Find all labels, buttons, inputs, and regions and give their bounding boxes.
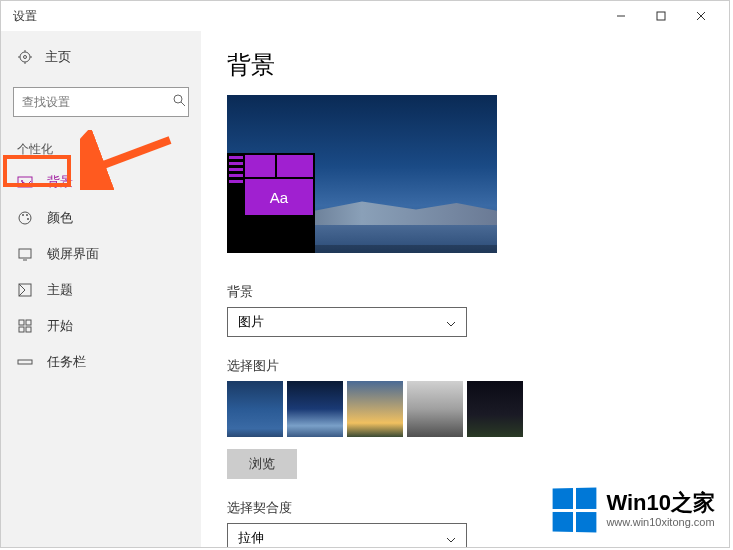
desktop-preview: Aa [227, 95, 497, 253]
titlebar: 设置 [1, 1, 729, 31]
lockscreen-icon [17, 246, 33, 262]
window-title: 设置 [13, 8, 601, 25]
taskbar-icon [17, 354, 33, 370]
svg-point-16 [26, 214, 28, 216]
svg-rect-24 [26, 327, 31, 332]
svg-point-4 [20, 52, 30, 62]
search-box[interactable] [13, 87, 189, 117]
sidebar-item-themes[interactable]: 主题 [1, 272, 201, 308]
watermark: Win10之家 www.win10xitong.com [552, 488, 715, 532]
watermark-url: www.win10xitong.com [606, 516, 715, 528]
window-controls [601, 2, 721, 30]
palette-icon [17, 210, 33, 226]
picture-icon [17, 174, 33, 190]
maximize-button[interactable] [641, 2, 681, 30]
sidebar-category: 个性化 [1, 127, 201, 164]
svg-point-10 [174, 95, 182, 103]
search-icon [172, 93, 186, 111]
sidebar-item-colors[interactable]: 颜色 [1, 200, 201, 236]
sidebar-item-start[interactable]: 开始 [1, 308, 201, 344]
svg-point-5 [24, 56, 27, 59]
gear-icon [17, 49, 33, 65]
chevron-down-icon [446, 531, 456, 546]
choose-picture-label: 选择图片 [227, 357, 703, 375]
windows-logo-icon [553, 487, 597, 532]
picture-thumbnails [227, 381, 703, 437]
sidebar-item-label: 主题 [47, 281, 73, 299]
settings-window: 设置 主页 [0, 0, 730, 548]
sidebar-item-label: 颜色 [47, 209, 73, 227]
preview-tile-aa: Aa [245, 179, 313, 215]
chevron-down-icon [446, 315, 456, 330]
preview-taskbar [313, 245, 497, 253]
svg-line-11 [181, 102, 185, 106]
picture-thumb[interactable] [347, 381, 403, 437]
picture-thumb[interactable] [407, 381, 463, 437]
browse-button[interactable]: 浏览 [227, 449, 297, 479]
sidebar-item-label: 任务栏 [47, 353, 86, 371]
svg-rect-21 [19, 320, 24, 325]
sidebar-item-background[interactable]: 背景 [1, 164, 201, 200]
page-heading: 背景 [227, 49, 703, 81]
sidebar: 主页 个性化 背景 颜色 锁屏界面 [1, 31, 201, 547]
picture-thumb[interactable] [287, 381, 343, 437]
sidebar-item-taskbar[interactable]: 任务栏 [1, 344, 201, 380]
preview-start-menu: Aa [227, 153, 315, 253]
sidebar-home[interactable]: 主页 [1, 37, 201, 77]
svg-point-15 [22, 214, 24, 216]
preview-start-strip [227, 153, 245, 253]
picture-thumb[interactable] [467, 381, 523, 437]
close-button[interactable] [681, 2, 721, 30]
watermark-brand: Win10之家 [606, 492, 715, 514]
fit-dropdown[interactable]: 拉伸 [227, 523, 467, 547]
preview-tile [245, 155, 275, 177]
background-dropdown[interactable]: 图片 [227, 307, 467, 337]
content-area: 背景 Aa 背景 图片 选择图片 [201, 31, 729, 547]
sidebar-home-label: 主页 [45, 48, 71, 66]
background-label: 背景 [227, 283, 703, 301]
sidebar-item-label: 背景 [47, 173, 73, 191]
sidebar-item-label: 锁屏界面 [47, 245, 99, 263]
preview-tile [277, 155, 313, 177]
theme-icon [17, 282, 33, 298]
svg-point-14 [19, 212, 31, 224]
start-icon [17, 318, 33, 334]
watermark-text: Win10之家 www.win10xitong.com [606, 492, 715, 528]
search-input[interactable] [22, 95, 172, 109]
preview-tile-grid: Aa [245, 153, 315, 253]
sidebar-item-label: 开始 [47, 317, 73, 335]
svg-rect-18 [19, 249, 31, 258]
svg-rect-25 [18, 360, 32, 364]
minimize-button[interactable] [601, 2, 641, 30]
dropdown-value: 图片 [238, 313, 264, 331]
svg-rect-23 [19, 327, 24, 332]
svg-rect-22 [26, 320, 31, 325]
sidebar-item-lockscreen[interactable]: 锁屏界面 [1, 236, 201, 272]
svg-point-17 [27, 218, 29, 220]
window-body: 主页 个性化 背景 颜色 锁屏界面 [1, 31, 729, 547]
dropdown-value: 拉伸 [238, 529, 264, 547]
picture-thumb[interactable] [227, 381, 283, 437]
svg-rect-1 [657, 12, 665, 20]
